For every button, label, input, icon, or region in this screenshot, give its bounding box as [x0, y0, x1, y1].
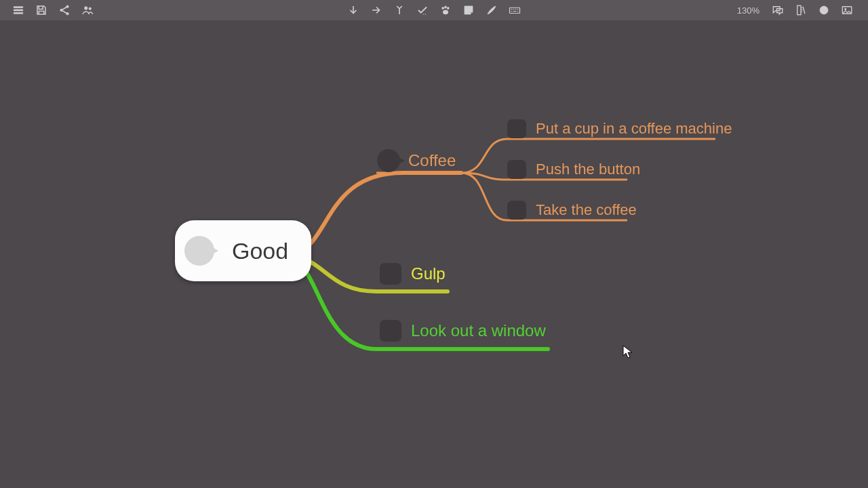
node-label: Put a cup in a coffee machine: [536, 120, 732, 138]
svg-point-8: [443, 10, 448, 14]
root-label: Good: [232, 238, 288, 264]
branch-node-gulp[interactable]: Gulp: [380, 263, 446, 285]
circle-icon[interactable]: [812, 0, 835, 20]
leaf-node[interactable]: Take the coffee: [507, 201, 637, 220]
check-icon[interactable]: [411, 0, 434, 20]
zoom-level[interactable]: 130%: [737, 5, 760, 16]
checkbox-icon[interactable]: [380, 263, 401, 285]
cursor-icon: [623, 345, 633, 359]
svg-point-1: [66, 5, 68, 7]
svg-point-13: [845, 8, 846, 9]
paw-icon[interactable]: [434, 0, 457, 20]
checkbox-icon[interactable]: [507, 160, 526, 179]
branch-lines: [0, 20, 868, 488]
root-node[interactable]: Good: [175, 220, 311, 281]
chat-bubble-icon: [377, 149, 400, 172]
node-label: Coffee: [408, 151, 456, 170]
keyboard-icon[interactable]: [503, 0, 526, 20]
checkbox-icon[interactable]: [380, 320, 401, 342]
ruler-icon[interactable]: [789, 0, 812, 20]
svg-point-2: [66, 13, 68, 15]
brush-icon[interactable]: [480, 0, 503, 20]
svg-rect-10: [797, 5, 801, 15]
svg-point-7: [447, 7, 449, 9]
node-label: Take the coffee: [536, 201, 637, 219]
people-icon[interactable]: [76, 0, 99, 20]
down-arrow-icon[interactable]: [342, 0, 365, 20]
menu-icon[interactable]: [7, 0, 30, 20]
image-icon[interactable]: [835, 0, 859, 20]
svg-rect-9: [510, 7, 520, 13]
toolbar-left: [0, 0, 99, 20]
node-label: Push the button: [536, 161, 640, 178]
checkbox-icon[interactable]: [507, 201, 526, 220]
leaf-node[interactable]: Put a cup in a coffee machine: [507, 119, 732, 138]
toolbar-right: 130%: [730, 0, 868, 20]
checkbox-icon[interactable]: [507, 119, 526, 138]
chat-bubble-icon: [184, 236, 214, 266]
chat-icon[interactable]: [766, 0, 789, 20]
branch-node-window[interactable]: Look out a window: [380, 320, 546, 342]
svg-point-4: [89, 7, 91, 9]
svg-point-0: [60, 9, 62, 11]
mindmap-canvas[interactable]: Good Coffee Put a cup in a coffee machin…: [0, 20, 868, 488]
save-icon[interactable]: [30, 0, 53, 20]
svg-point-11: [820, 6, 828, 14]
right-arrow-icon[interactable]: [365, 0, 388, 20]
toolbar-center: [342, 0, 526, 20]
node-label: Look out a window: [411, 321, 546, 340]
svg-point-6: [445, 6, 447, 8]
note-icon[interactable]: [457, 0, 480, 20]
svg-point-5: [442, 7, 444, 9]
leaf-node[interactable]: Push the button: [507, 160, 640, 179]
node-label: Gulp: [411, 264, 446, 283]
svg-point-3: [85, 7, 88, 10]
toolbar: 130%: [0, 0, 868, 20]
branch-node-coffee[interactable]: Coffee: [377, 149, 456, 172]
share-icon[interactable]: [53, 0, 76, 20]
split-arrow-icon[interactable]: [388, 0, 411, 20]
